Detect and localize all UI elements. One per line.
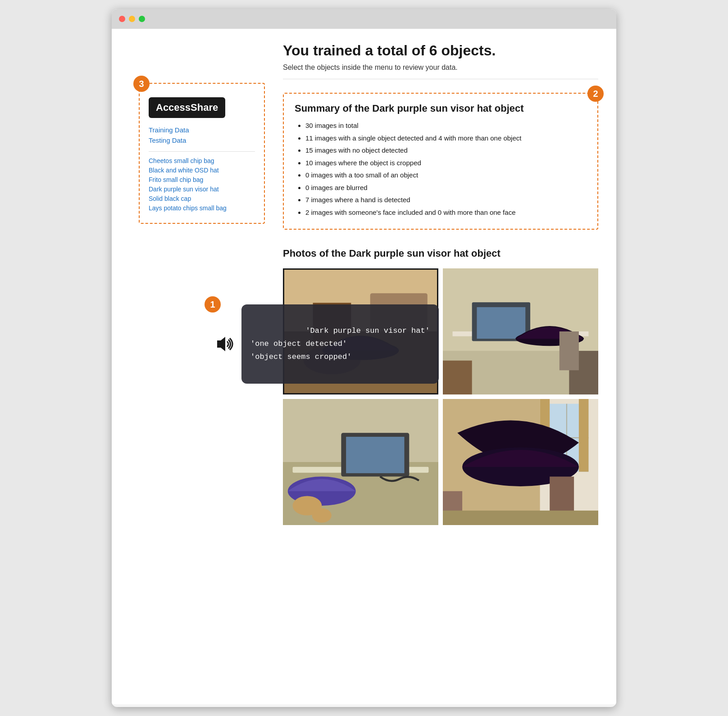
svg-rect-32 xyxy=(579,399,589,472)
sidebar-item-testing-data[interactable]: Testing Data xyxy=(149,136,255,144)
summary-item-2: 11 images with a single object detected … xyxy=(305,133,587,144)
sidebar-objects-list: Cheetos small chip bag Black and white O… xyxy=(149,157,255,212)
maximize-button[interactable] xyxy=(139,16,145,22)
summary-item-5: 0 images with a too small of an object xyxy=(305,170,587,181)
tooltip-line-1: 'Dark purple sun visor hat' xyxy=(305,326,429,335)
titlebar xyxy=(112,9,616,29)
minimize-button[interactable] xyxy=(129,16,135,22)
app-logo: AccessShare xyxy=(149,97,225,118)
badge-2: 2 xyxy=(587,86,604,102)
svg-rect-14 xyxy=(443,361,472,394)
content-area: 3 AccessShare Training Data Testing Data… xyxy=(112,29,616,704)
sidebar-item-lays[interactable]: Lays potato chips small bag xyxy=(149,204,255,212)
summary-section: 2 Summary of the Dark purple sun visor h… xyxy=(283,93,598,230)
close-button[interactable] xyxy=(119,16,125,22)
summary-item-8: 2 images with someone's face included an… xyxy=(305,208,587,218)
summary-item-3: 15 images with no object detected xyxy=(305,145,587,156)
svg-rect-34 xyxy=(550,476,574,515)
sidebar-item-cheetos[interactable]: Cheetos small chip bag xyxy=(149,157,255,164)
summary-title: Summary of the Dark purple sun visor hat… xyxy=(295,103,587,114)
sidebar-item-black-cap[interactable]: Solid black cap xyxy=(149,195,255,202)
photos-section-title: Photos of the Dark purple sun visor hat … xyxy=(283,248,598,259)
svg-marker-0 xyxy=(217,337,225,351)
summary-item-4: 10 images where the object is cropped xyxy=(305,158,587,168)
photos-wrapper: 1 'Dark purple sun visor hat xyxy=(283,268,598,525)
summary-item-6: 0 images are blurred xyxy=(305,183,587,193)
summary-list: 30 images in total 11 images with a sing… xyxy=(295,121,587,218)
sidebar-divider xyxy=(149,151,255,152)
badge-1: 1 xyxy=(205,296,221,313)
sidebar: 3 AccessShare Training Data Testing Data… xyxy=(139,83,265,224)
page-subtitle: Select the objects inside the menu to re… xyxy=(283,63,598,79)
tooltip-line-2: 'one object detected' xyxy=(250,340,347,348)
page-title: You trained a total of 6 objects. xyxy=(283,42,598,59)
svg-rect-16 xyxy=(560,331,579,370)
svg-rect-12 xyxy=(477,307,525,339)
tooltip-area: 1 'Dark purple sun visor hat xyxy=(211,304,439,384)
photo-cell-4[interactable] xyxy=(443,399,598,525)
sidebar-item-dark-purple[interactable]: Dark purple sun visor hat xyxy=(149,186,255,193)
svg-rect-22 xyxy=(346,437,404,473)
photo-cell-2[interactable] xyxy=(443,268,598,394)
badge-3: 3 xyxy=(133,76,150,92)
sidebar-item-osd-hat[interactable]: Black and white OSD hat xyxy=(149,167,255,174)
summary-item-1: 30 images in total xyxy=(305,121,587,131)
summary-item-7: 7 images where a hand is detected xyxy=(305,195,587,205)
tooltip-box: 'Dark purple sun visor hat' 'one object … xyxy=(241,304,439,384)
sidebar-item-frito[interactable]: Frito small chip bag xyxy=(149,176,255,183)
photo-cell-3[interactable] xyxy=(283,399,438,525)
svg-point-24 xyxy=(312,508,332,522)
svg-rect-36 xyxy=(443,511,598,525)
sidebar-item-training-data[interactable]: Training Data xyxy=(149,126,255,134)
sidebar-navigation: Training Data Testing Data xyxy=(149,126,255,144)
app-window: 3 AccessShare Training Data Testing Data… xyxy=(112,9,616,707)
main-content: You trained a total of 6 objects. Select… xyxy=(265,29,616,704)
tooltip-line-3: 'object seems cropped' xyxy=(250,353,351,361)
speaker-icon xyxy=(211,331,238,358)
